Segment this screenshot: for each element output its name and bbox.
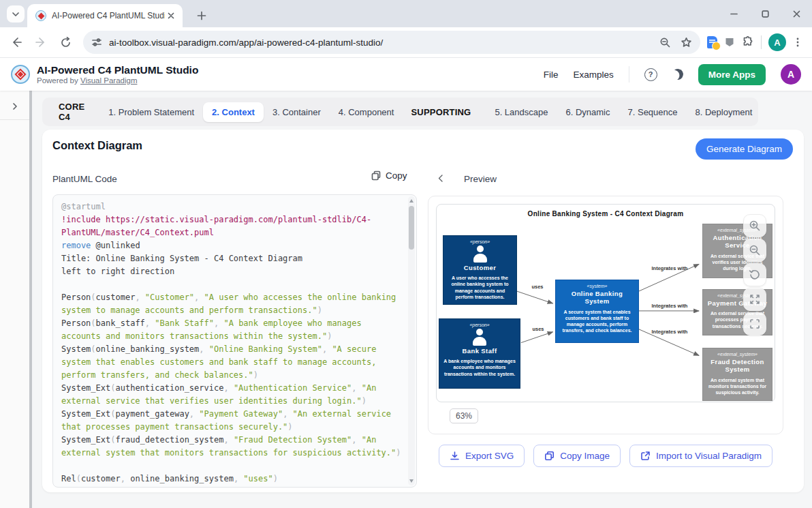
code-line[interactable]: left to right direction [61,265,401,278]
tab-1-problem-statement[interactable]: 1. Problem Statement [99,102,203,122]
external-link-icon [640,451,651,461]
tab-group-label: SUPPORTING [403,107,479,117]
reload-button[interactable] [54,31,76,53]
plantuml-code-editor[interactable]: @startuml!include https://static.visual-… [52,194,417,488]
node-stereotype: «person» [470,239,490,244]
zoom-out-button[interactable] [743,239,766,262]
code-line[interactable]: remove @unlinked [61,239,401,252]
menu-file[interactable]: File [544,70,559,80]
visual-paradigm-link[interactable]: Visual Paradigm [80,76,138,85]
code-content[interactable]: @startuml!include https://static.visual-… [61,200,401,488]
tab-close-icon[interactable] [165,10,177,22]
help-icon[interactable]: ? [644,68,657,81]
bookmark-star-icon[interactable] [681,37,692,48]
code-scrollbar[interactable] [408,196,415,485]
scroll-down-icon[interactable] [409,479,413,483]
powered-by-prefix: Powered by [37,76,80,85]
diagram-canvas[interactable]: Online Banking System - C4 Context Diagr… [436,204,775,402]
address-bar[interactable]: ai-toolbox.visual-paradigm.com/app/ai-po… [83,31,700,54]
download-icon [450,451,460,461]
preview-panel: Online Banking System - C4 Context Diagr… [428,196,783,434]
new-tab-button[interactable] [193,8,210,24]
tab-search-button[interactable] [7,5,25,23]
code-line[interactable] [61,460,401,473]
browser-profile-avatar[interactable]: A [768,33,786,51]
node-stereotype: «external_system» [717,352,758,357]
side-panel-icon[interactable] [724,37,735,48]
extensions-icon[interactable] [742,36,754,48]
code-line[interactable]: Rel(bank_staff, online_banking_system, "… [61,485,401,488]
scrollbar-thumb[interactable] [409,206,414,250]
collapse-preview-button[interactable] [434,172,446,184]
export-svg-button[interactable]: Export SVG [439,445,525,467]
code-line[interactable]: System_Ext(authentication_service, "Auth… [61,382,401,408]
code-panel-title: PlantUML Code [52,174,117,184]
sidebar-expand-button[interactable] [6,98,24,115]
node-stereotype: «system» [587,284,608,288]
code-line[interactable]: Title: Online Banking System - C4 Contex… [61,252,401,265]
tab-8-deployment[interactable]: 8. Deployment [687,102,762,122]
fit-view-button[interactable] [743,312,766,335]
code-line[interactable]: Person(customer, "Customer", "A user who… [61,291,401,317]
back-button[interactable] [5,31,27,53]
app-header: AI-Powered C4 PlantUML Studio Powered by… [0,58,812,91]
copy-label: Copy [386,170,407,181]
copy-icon [544,451,555,461]
minimize-button[interactable] [718,0,749,27]
code-line[interactable]: System_Ext(payment_gateway, "Payment Gat… [61,408,401,434]
user-avatar[interactable]: A [781,64,801,85]
code-line[interactable]: Rel(customer, online_banking_system, "us… [61,473,401,485]
code-line[interactable]: System(online_banking_system, "Online Ba… [61,343,401,382]
tab-group-label: CORE C4 [50,102,93,122]
expand-button[interactable] [743,288,766,311]
diagram-node-fraud-detection-system[interactable]: «external_system»Fraud Detection SystemA… [702,348,772,401]
tab-2-context[interactable]: 2. Context [203,102,264,122]
site-settings-icon[interactable] [91,37,102,48]
export-svg-label: Export SVG [465,451,514,461]
menu-examples[interactable]: Examples [573,70,613,80]
diagram-node-customer[interactable]: «person»CustomerA user who accesses the … [443,235,517,305]
app-logo-icon [11,65,30,84]
close-window-button[interactable] [781,0,812,27]
code-line[interactable]: @startuml [61,200,401,213]
person-icon [471,329,488,346]
edge-label: uses [531,284,543,290]
more-apps-button[interactable]: More Apps [698,64,766,85]
left-sidebar [0,91,32,508]
tab-3-container[interactable]: 3. Container [264,102,330,122]
diagram-node-online-banking-system[interactable]: «system»Online Banking SystemA secure sy… [555,280,639,343]
header-divider [629,66,629,83]
dark-mode-icon[interactable] [671,68,685,81]
tab-6-dynamic[interactable]: 6. Dynamic [557,102,619,122]
code-line[interactable]: Person(bank_staff, "Bank Staff", "A bank… [61,317,401,343]
copy-icon [371,170,381,181]
tab-5-landscape[interactable]: 5. Landscape [486,102,557,122]
preview-panel-title: Preview [464,174,497,184]
diagram-edge-0 [517,291,553,303]
browser-tab[interactable]: AI-Powered C4 PlantUML Studio [27,4,183,27]
reset-view-button[interactable] [743,263,766,286]
node-name: Online Banking System [559,290,635,305]
tab-4-component[interactable]: 4. Component [330,102,403,122]
code-line[interactable] [61,278,401,291]
browser-menu-icon[interactable] [793,37,802,48]
zoom-in-button[interactable] [743,214,766,237]
code-line[interactable]: !include https://static.visual-paradigm.… [61,213,401,239]
url-text[interactable]: ai-toolbox.visual-paradigm.com/app/ai-po… [109,38,659,48]
import-to-visual-paradigm-button[interactable]: Import to Visual Paradigm [629,445,772,467]
edge-label: Integrates with [652,265,688,271]
maximize-button[interactable] [749,0,781,27]
download-doc-icon[interactable] [707,36,717,48]
app-title: AI-Powered C4 PlantUML Studio [37,64,198,76]
edge-label: Integrates with [652,329,688,335]
diagram-node-bank-staff[interactable]: «person»Bank StaffA bank employee who ma… [439,318,520,389]
generate-diagram-button[interactable]: Generate Diagram [696,138,793,160]
zoom-out-page-icon[interactable] [659,37,671,48]
code-line[interactable]: System_Ext(fraud_detection_system, "Frau… [61,434,401,460]
copy-image-button[interactable]: Copy Image [533,445,621,467]
scroll-up-icon[interactable] [409,199,413,203]
forward-button[interactable] [30,31,52,53]
browser-toolbar: ai-toolbox.visual-paradigm.com/app/ai-po… [0,27,812,58]
copy-code-button[interactable]: Copy [371,170,407,181]
tab-7-sequence[interactable]: 7. Sequence [619,102,687,122]
